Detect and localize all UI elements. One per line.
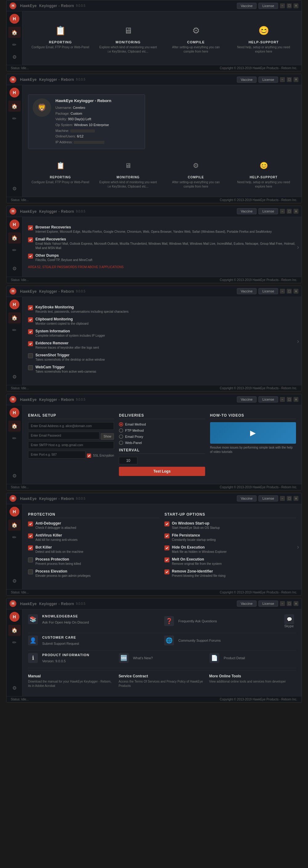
radio-web-panel[interactable]: Web-Panel (119, 441, 205, 445)
sidebar-item-settings-3[interactable]: ⚙ (8, 263, 21, 274)
maximize-button-4[interactable]: ☐ (287, 289, 292, 293)
radio-email-proxy[interactable]: Email Proxy (119, 434, 205, 439)
vaccine-button-7[interactable]: Vaccine (237, 600, 257, 607)
knowledge-desc[interactable]: Ask For Open Help On Discord (42, 620, 89, 624)
sidebar-item-home-7[interactable]: 🏠 (8, 625, 21, 636)
interval-input[interactable] (119, 457, 137, 464)
sidebar-item-settings-7[interactable]: ⚙ (8, 683, 21, 694)
nav-arrow-right-3[interactable]: › (297, 243, 299, 250)
vaccine-button-3[interactable]: Vaccine (237, 208, 257, 214)
minimize-button-6[interactable]: − (280, 496, 285, 501)
icon-reporting-2[interactable]: 📋 REPORTING Configure Email, FTP Proxy o… (28, 155, 93, 192)
license-button-5[interactable]: License (258, 396, 278, 402)
vaccine-button-4[interactable]: Vaccine (237, 288, 257, 294)
skype-link[interactable]: Skype (284, 624, 296, 628)
sidebar-item-home-4[interactable]: 🏠 (8, 312, 21, 323)
sidebar-item-settings-6[interactable]: ⚙ (8, 576, 21, 587)
license-button[interactable]: License (258, 3, 278, 9)
checkbox-email[interactable] (28, 237, 33, 242)
license-button-6[interactable]: License (258, 495, 278, 501)
icon-compile[interactable]: ⚙ COMPILE After setting-up everything yo… (164, 19, 228, 57)
sidebar-item-edit-5[interactable]: ✏ (8, 433, 21, 444)
vaccine-button-6[interactable]: Vaccine (237, 495, 257, 501)
sidebar-item-edit-4[interactable]: ✏ (8, 325, 21, 336)
checkbox-evidence[interactable] (28, 341, 33, 346)
radio-ftp-method[interactable]: FTP Method (119, 428, 205, 433)
sidebar-item-edit-3[interactable]: ✏ (8, 245, 21, 256)
minimize-button-3[interactable]: − (280, 209, 285, 214)
video-thumbnail[interactable]: ▶ (210, 422, 296, 444)
close-button-2[interactable]: ✕ (293, 77, 299, 82)
ssl-checkbox[interactable] (87, 454, 91, 458)
sidebar-item-home-3[interactable]: 🏠 (8, 232, 21, 244)
nav-arrow-right-4[interactable]: › (297, 337, 299, 344)
checkbox-process-elevation[interactable] (28, 569, 33, 575)
sidebar-item-edit[interactable]: ✏ (8, 39, 21, 50)
vaccine-button-5[interactable]: Vaccine (237, 396, 257, 402)
license-button-4[interactable]: License (258, 288, 278, 294)
checkbox-bot-killer[interactable] (28, 546, 33, 550)
vaccine-button-2[interactable]: Vaccine (237, 76, 257, 83)
license-button-3[interactable]: License (258, 208, 278, 214)
close-button-4[interactable]: ✕ (293, 289, 299, 293)
whatsnew-link[interactable]: What's New? (133, 656, 153, 660)
checkbox-anti-debugger[interactable] (28, 522, 33, 526)
icon-monitoring-2[interactable]: 🖥 MONITORING Explore which kind of monit… (96, 155, 161, 192)
maximize-button-3[interactable]: ☐ (287, 209, 292, 214)
maximize-button-7[interactable]: ☐ (287, 601, 292, 606)
close-button-5[interactable]: ✕ (293, 397, 299, 402)
maximize-button-2[interactable]: ☐ (287, 77, 292, 82)
checkbox-other[interactable] (28, 254, 33, 258)
sidebar-item-home-5[interactable]: 🏠 (8, 421, 21, 432)
email-address-input[interactable] (28, 422, 114, 430)
icon-compile-2[interactable]: ⚙ COMPILE After setting-up everything yo… (164, 155, 228, 192)
checkbox-melt-execution[interactable] (165, 557, 169, 562)
sidebar-item-home-6[interactable]: 🏠 (8, 520, 21, 531)
checkbox-sysinfo[interactable] (28, 329, 33, 334)
icon-help[interactable]: 😊 HELP-SUPPORT Need help, setup or anyth… (231, 19, 296, 57)
product-detail-link[interactable]: Product Detail (224, 656, 245, 660)
checkbox-clipboard[interactable] (28, 317, 33, 322)
checkbox-windows-startup[interactable] (165, 522, 169, 526)
checkbox-screenshot[interactable] (28, 353, 33, 358)
close-button-6[interactable]: ✕ (293, 496, 299, 501)
maximize-button-6[interactable]: ☐ (287, 496, 292, 501)
sidebar-item-home-2[interactable]: 🏠 (8, 100, 21, 112)
close-button-3[interactable]: ✕ (293, 209, 299, 214)
license-button-2[interactable]: License (258, 76, 278, 83)
checkbox-zone-identifier[interactable] (165, 569, 169, 575)
checkbox-process-protection[interactable] (28, 557, 33, 562)
sidebar-item-edit-7[interactable]: ✏ (8, 637, 21, 648)
radio-email-method[interactable]: Email Method (119, 422, 205, 427)
icon-reporting[interactable]: 📋 REPORTING Configure Email, FTP Proxy o… (28, 19, 93, 57)
license-button-7[interactable]: License (258, 600, 278, 607)
port-input[interactable] (28, 451, 86, 459)
minimize-button-2[interactable]: − (280, 77, 285, 82)
show-password-button[interactable]: Show (101, 433, 114, 440)
close-button[interactable]: ✕ (293, 3, 299, 8)
checkbox-antivirus[interactable] (28, 533, 33, 538)
sidebar-item-home[interactable]: 🏠 (8, 27, 21, 38)
sidebar-item-edit-6[interactable]: ✏ (8, 532, 21, 543)
checkbox-browser[interactable] (28, 225, 33, 230)
icon-monitoring[interactable]: 🖥 MONITORING Explore which kind of monit… (96, 19, 161, 57)
icon-help-2[interactable]: 😊 HELP-SUPPORT Need help, setup or anyth… (231, 155, 296, 192)
maximize-button-5[interactable]: ☐ (287, 397, 292, 402)
sidebar-item-settings[interactable]: ⚙ (8, 51, 21, 62)
minimize-button-5[interactable]: − (280, 397, 285, 402)
email-password-input[interactable] (28, 432, 100, 439)
checkbox-keystroke[interactable] (28, 305, 33, 310)
vaccine-button[interactable]: Vaccine (237, 3, 257, 9)
sidebar-item-settings-5[interactable]: ⚙ (8, 470, 21, 482)
minimize-button-7[interactable]: − (280, 601, 285, 606)
minimize-button-4[interactable]: − (280, 289, 285, 293)
test-logs-button[interactable]: Test Logs (119, 467, 205, 476)
sidebar-item-edit-2[interactable]: ✏ (8, 113, 21, 124)
nav-arrow-right-6[interactable]: › (297, 543, 299, 550)
customer-desc[interactable]: Submit Support Request (42, 642, 79, 645)
close-button-7[interactable]: ✕ (293, 601, 299, 606)
sidebar-item-settings-2[interactable]: ⚙ (8, 183, 21, 194)
maximize-button[interactable]: ☐ (287, 3, 292, 8)
faq-link[interactable]: Frequently Ask Questions (178, 619, 217, 623)
minimize-button[interactable]: − (280, 3, 285, 8)
